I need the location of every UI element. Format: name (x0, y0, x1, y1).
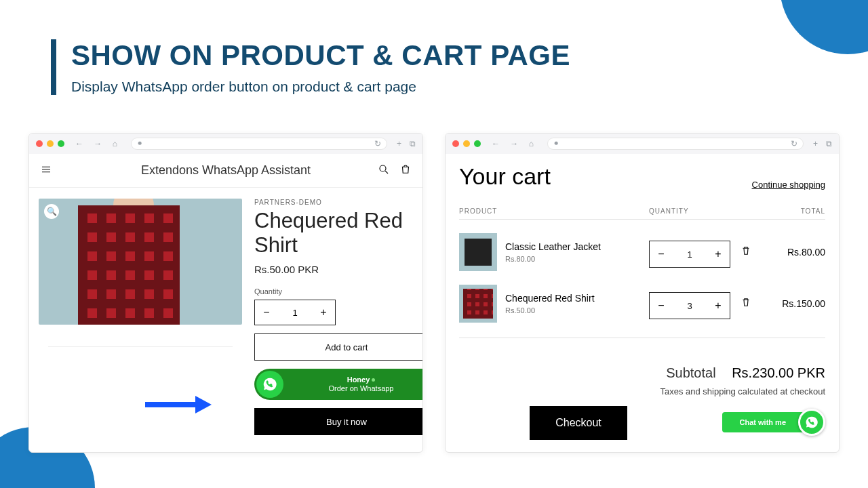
whatsapp-icon[interactable] (798, 409, 825, 436)
item-name: Classic Leather Jacket (505, 241, 649, 252)
product-image[interactable]: 🔍 (39, 199, 242, 325)
browser-nav-icons[interactable]: ← → ⌂ (492, 139, 538, 148)
cart-title: Your cart (459, 163, 551, 190)
hamburger-icon[interactable] (40, 163, 52, 178)
col-total: TOTAL (771, 207, 825, 215)
product-vendor: PARTNERS-DEMO (254, 199, 423, 206)
qty-value: 1 (673, 249, 707, 260)
order-on-whatsapp-button[interactable]: Honey Order on Whatsapp (254, 369, 423, 400)
subtotal-value: Rs.230.00 PKR (732, 365, 825, 380)
window-minimize-icon[interactable] (463, 140, 470, 147)
subtotal-line: Subtotal Rs.230.00 PKR (459, 365, 825, 381)
product-price: Rs.50.00 PKR (254, 264, 423, 275)
shirt-illustration (39, 199, 242, 325)
col-quantity: QUANTITY (649, 207, 771, 215)
store-header: Extendons WhatsApp Assistant (29, 154, 422, 188)
qty-decrease-button[interactable]: − (255, 300, 278, 325)
browser-nav-icons[interactable]: ← → ⌂ (75, 139, 121, 148)
item-price: Rs.80.00 (505, 255, 649, 263)
cart-row: Classic Leather Jacket Rs.80.00 − 1 + Rs… (459, 233, 825, 271)
decor-blob-top-right (780, 0, 868, 54)
new-tab-icon[interactable]: + (397, 139, 401, 148)
qty-decrease-button[interactable]: − (650, 241, 673, 267)
page-title: SHOW ON PRODUCT & CART PAGE (71, 39, 570, 72)
page-heading: SHOW ON PRODUCT & CART PAGE Display What… (51, 39, 570, 95)
add-to-cart-button[interactable]: Add to cart (254, 333, 423, 361)
store-title: Extendons WhatsApp Assistant (141, 163, 311, 178)
svg-point-0 (138, 142, 142, 145)
callout-arrow-icon (145, 396, 212, 413)
qty-increase-button[interactable]: + (707, 241, 730, 267)
search-icon (553, 140, 560, 147)
row-total: Rs.80.00 (752, 247, 825, 258)
window-maximize-icon[interactable] (474, 140, 481, 147)
qty-value: 1 (278, 308, 312, 318)
new-tab-icon[interactable]: + (813, 139, 818, 148)
trash-icon[interactable] (740, 296, 752, 311)
search-icon (137, 140, 144, 147)
continue-shopping-link[interactable]: Continue shopping (752, 180, 825, 190)
browser-chrome: ← → ⌂ ↻ + ⧉ (446, 134, 839, 154)
whatsapp-button-text: Honey Order on Whatsapp (283, 375, 423, 394)
browser-chrome: ← → ⌂ ↻ + ⧉ (29, 134, 422, 154)
product-name: Chequered Red Shirt (254, 209, 423, 257)
quantity-label: Quantity (254, 287, 423, 296)
item-thumbnail[interactable] (459, 233, 497, 271)
subtotal-label: Subtotal (666, 365, 715, 380)
browser-window-cart: ← → ⌂ ↻ + ⧉ Your cart Continue shopping … (445, 133, 840, 453)
cart-columns: PRODUCT QUANTITY TOTAL (459, 207, 825, 215)
qty-value: 3 (673, 301, 707, 311)
quantity-stepper: − 1 + (649, 241, 730, 268)
reload-icon[interactable]: ↻ (374, 139, 381, 148)
item-name: Chequered Red Shirt (505, 293, 649, 304)
trash-icon[interactable] (740, 245, 752, 260)
cart-row: Chequered Red Shirt Rs.50.00 − 3 + Rs.15… (459, 285, 825, 323)
divider (48, 346, 233, 347)
browser-address-bar[interactable]: ↻ (547, 138, 804, 150)
svg-point-1 (380, 165, 386, 171)
item-thumbnail[interactable] (459, 285, 497, 323)
qty-increase-button[interactable]: + (312, 300, 335, 325)
divider (459, 338, 825, 338)
window-close-icon[interactable] (36, 140, 43, 147)
item-price: Rs.50.00 (505, 306, 649, 314)
buy-it-now-button[interactable]: Buy it now (254, 408, 423, 435)
window-minimize-icon[interactable] (47, 140, 54, 147)
online-status-icon (372, 378, 375, 382)
copy-icon[interactable]: ⧉ (826, 139, 832, 148)
quantity-stepper: − 1 + (254, 300, 336, 325)
search-icon[interactable] (378, 163, 390, 178)
qty-decrease-button[interactable]: − (650, 293, 673, 319)
cart-icon[interactable] (399, 163, 412, 178)
whatsapp-icon (256, 371, 283, 398)
reload-icon[interactable]: ↻ (791, 139, 797, 148)
row-total: Rs.150.00 (752, 298, 825, 309)
qty-increase-button[interactable]: + (707, 293, 730, 319)
window-maximize-icon[interactable] (58, 140, 64, 147)
divider (459, 219, 825, 220)
chat-widget[interactable]: Chat with me (722, 409, 825, 436)
tax-note: Taxes and shipping calculated at checkou… (459, 386, 825, 396)
window-close-icon[interactable] (452, 140, 459, 147)
quantity-stepper: − 3 + (649, 292, 730, 319)
page-subtitle: Display WhatsApp order button on product… (71, 79, 570, 95)
checkout-button[interactable]: Checkout (530, 406, 627, 440)
col-product: PRODUCT (459, 207, 649, 215)
browser-window-product: ← → ⌂ ↻ + ⧉ Extendons WhatsApp Assistant… (28, 133, 423, 453)
browser-address-bar[interactable]: ↻ (131, 138, 387, 150)
copy-icon[interactable]: ⧉ (410, 139, 416, 148)
svg-point-2 (555, 142, 558, 145)
